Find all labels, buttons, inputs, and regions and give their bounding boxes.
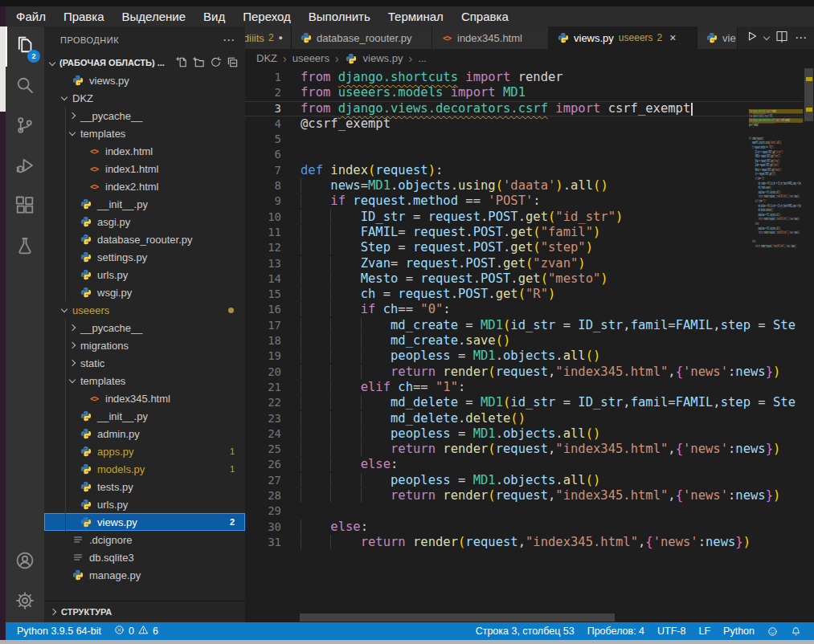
code-token: : — [755, 239, 756, 243]
tree-item-manage-py[interactable]: manage.py — [44, 566, 245, 584]
sidebar-more-actions-icon[interactable]: ⋯ — [223, 33, 235, 47]
explorer-button[interactable]: 2 — [6, 26, 44, 67]
tree-item-label: migrations — [80, 340, 129, 352]
tree-item-templates[interactable]: templates — [44, 124, 245, 142]
tab-vie[interactable]: vie — [697, 26, 738, 49]
account-button[interactable] — [6, 542, 44, 582]
code-line: 27 peopless = MD1.objects.all() — [245, 473, 803, 488]
tree-item-urls-py[interactable]: urls.py — [44, 266, 245, 283]
tree-item-apps-py[interactable]: apps.py1 — [44, 442, 245, 460]
tree-item-admin-py[interactable]: admin.py — [44, 425, 245, 442]
search-button[interactable] — [6, 67, 44, 107]
close-icon[interactable]: × — [669, 31, 676, 44]
tree-item-views-py[interactable]: views.py2 — [44, 513, 245, 531]
status-item-utf8[interactable]: UTF-8 — [651, 626, 692, 637]
breadcrumb-item[interactable]: DKZ — [256, 52, 277, 64]
code-token: FAMIL — [361, 225, 399, 239]
code-token: md_create — [391, 333, 458, 348]
bell-icon[interactable] — [784, 626, 808, 637]
breadcrumb-item[interactable]: ... — [418, 52, 427, 64]
tree-item-settings-py[interactable]: settings.py — [44, 248, 245, 266]
new-folder-icon[interactable] — [193, 56, 205, 70]
tab-views-py[interactable]: views.pyuseeers2× — [549, 26, 697, 49]
menu-item[interactable]: Переход — [234, 10, 300, 23]
tree-item-views-py[interactable]: views.py — [44, 71, 245, 89]
run-debug-button[interactable] — [6, 147, 44, 187]
python-interpreter-status[interactable]: Python 3.9.5 64-bit — [10, 626, 108, 637]
menu-item[interactable]: Выделение — [113, 10, 194, 23]
code-token — [301, 287, 361, 301]
tab-index345-html[interactable]: <>index345.html — [432, 26, 549, 49]
menu-item[interactable]: Выполнить — [300, 10, 379, 23]
more-actions-icon[interactable]: ⋯ — [795, 31, 808, 45]
code-token: objects — [770, 213, 775, 217]
code-token: ) — [548, 287, 555, 301]
menu-item[interactable]: Правка — [55, 10, 113, 23]
tree-item-index-html[interactable]: <>index.html — [44, 142, 245, 160]
tree-item-tests-py[interactable]: tests.py — [44, 478, 245, 495]
settings-gear-button[interactable] — [6, 582, 44, 622]
tree-item--init-py[interactable]: __init__.py — [44, 407, 245, 425]
breadcrumb-item[interactable]: views.py — [363, 52, 403, 64]
problems-status[interactable]: 0 6 — [108, 625, 165, 638]
code-token: @csrf_exempt — [301, 116, 391, 131]
tree-item-useeers[interactable]: useeers — [44, 301, 245, 319]
tab-diiits[interactable]: diiits2● — [245, 26, 292, 49]
menu-item[interactable]: Файл — [7, 10, 55, 23]
minimap[interactable]: from django.shortcuts import renderfrom … — [749, 109, 804, 286]
workspace-section-header[interactable]: (РАБОЧАЯ ОБЛАСТЬ) ... — [44, 54, 245, 71]
tree-item--pycache-[interactable]: __pycache__ — [44, 107, 245, 124]
tree-item-static[interactable]: static — [44, 354, 245, 372]
status-item-lf[interactable]: LF — [692, 626, 717, 637]
tab-database-roouter-py[interactable]: database_roouter.py — [292, 26, 432, 49]
testing-button[interactable] — [6, 227, 44, 267]
tree-item-urls-py[interactable]: urls.py — [44, 495, 245, 513]
breadcrumb-item[interactable]: useeers — [292, 52, 329, 64]
tree-item-database-roouter-py[interactable]: database_roouter.py — [44, 230, 245, 248]
collapse-all-icon[interactable] — [227, 56, 239, 70]
status-item-python[interactable]: Python — [717, 626, 761, 637]
vertical-scrollbar[interactable] — [804, 67, 814, 613]
code-token: Ste — [799, 204, 801, 208]
code-token: "0" — [420, 302, 443, 316]
menu-item[interactable]: Терминал — [379, 10, 452, 23]
source-control-button[interactable] — [6, 107, 44, 147]
scrollbar-thumb[interactable] — [804, 68, 813, 121]
tree-item-templates[interactable]: templates — [44, 372, 245, 389]
chevron-down-icon[interactable] — [763, 33, 770, 39]
tree-item--init-py[interactable]: __init__.py — [44, 195, 245, 213]
outline-section-header[interactable]: СТРУКТУРА — [44, 601, 245, 622]
code-text: FAMIL= request.POST.get("famil") — [301, 225, 600, 240]
refresh-icon[interactable] — [210, 56, 222, 70]
tree-item-wsgi-py[interactable]: wsgi.py — [44, 283, 245, 301]
new-file-icon[interactable] — [176, 56, 188, 70]
tree-item-index345-html[interactable]: <>index345.html — [44, 389, 245, 407]
tree-item-asgi-py[interactable]: asgi.py — [44, 213, 245, 230]
settings-gear-icon — [15, 591, 35, 613]
status-item-пробелов[interactable]: Пробелов: 4 — [581, 626, 651, 637]
code-token: == — [398, 302, 420, 316]
breadcrumb-separator-icon: › — [408, 52, 412, 65]
tree-item--pycache-[interactable]: __pycache__ — [44, 319, 245, 336]
tree-item-index1-html[interactable]: <>index1.html — [44, 160, 245, 177]
horizontal-scrollbar[interactable] — [300, 613, 615, 622]
extensions-button[interactable] — [6, 187, 44, 227]
tree-item-dkz[interactable]: DKZ — [44, 89, 245, 107]
code-token — [301, 395, 391, 410]
feedback-icon[interactable] — [761, 626, 784, 637]
code-token: ch — [398, 380, 413, 394]
menu-item[interactable]: Справка — [452, 10, 517, 23]
tree-item-index2-html[interactable]: <>index2.html — [44, 177, 245, 195]
code-token: django.views.decorators.csrf — [338, 101, 548, 116]
activity-badge: 2 — [27, 50, 40, 63]
status-item-строка[interactable]: Строка 3, столбец 53 — [469, 626, 581, 637]
code-editor[interactable]: 1from django.shortcuts import render2fro… — [245, 67, 814, 622]
tree-item-migrations[interactable]: migrations — [44, 336, 245, 354]
line-number: 15 — [245, 287, 301, 302]
code-token — [301, 520, 330, 534]
tree-item--dcignore[interactable]: .dcignore — [44, 531, 245, 548]
tree-item-models-py[interactable]: models.py1 — [44, 460, 245, 478]
menu-item[interactable]: Вид — [194, 10, 234, 23]
tree-item-db-sqlite3[interactable]: db.sqlite3 — [44, 548, 245, 566]
breadcrumb[interactable]: DKZ›useeers›views.py›... — [245, 49, 814, 67]
